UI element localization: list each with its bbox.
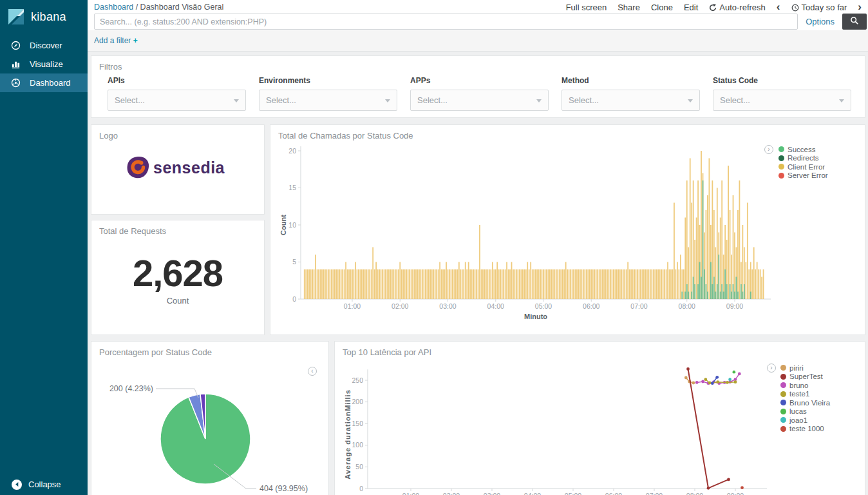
legend-item[interactable]: piriri — [780, 364, 830, 373]
svg-text:01:00: 01:00 — [402, 492, 419, 495]
legend-item[interactable]: Redirects — [778, 154, 828, 163]
legend-item[interactable]: bruno — [780, 381, 830, 390]
apis-select[interactable]: Select... — [108, 90, 246, 111]
svg-text:Average durationMillis: Average durationMillis — [344, 389, 352, 480]
panel-latency-chart: Top 10 Latência por API 0501001502002500… — [334, 341, 865, 495]
chevron-down-icon — [536, 99, 542, 102]
legend-label: Success — [788, 146, 815, 153]
svg-text:07:00: 07:00 — [630, 302, 647, 310]
legend-label: teste1 — [789, 390, 809, 398]
legend-item[interactable]: Bruno Vieira — [780, 398, 830, 407]
svg-text:Minuto: Minuto — [524, 313, 547, 320]
sidebar-item-label: Visualize — [30, 59, 63, 69]
sidebar-item-dashboard[interactable]: Dashboard — [0, 73, 88, 92]
legend-item[interactable]: Client Error — [778, 162, 828, 171]
legend-item[interactable]: teste1 — [780, 390, 830, 399]
legend-item[interactable]: teste 1000 — [780, 425, 830, 434]
compass-icon — [11, 41, 21, 50]
svg-text:07:00: 07:00 — [646, 492, 663, 495]
svg-text:20: 20 — [288, 147, 296, 155]
time-back-button[interactable]: ‹ — [777, 4, 780, 10]
svg-text:05:00: 05:00 — [565, 492, 581, 495]
time-range-button[interactable]: Today so far — [791, 3, 847, 12]
sidebar-collapse-button[interactable]: Collapse — [0, 474, 88, 495]
chevron-down-icon — [839, 99, 844, 102]
svg-text:04:00: 04:00 — [524, 492, 541, 495]
legend-label: lucas — [789, 407, 807, 415]
breadcrumb-dashboard-link[interactable]: Dashboard — [94, 3, 133, 12]
legend-dot-icon — [780, 391, 786, 397]
svg-text:02:00: 02:00 — [443, 492, 460, 495]
panel-title: Filtros — [91, 56, 865, 72]
filter-field-apps: APPs Select... — [410, 76, 549, 111]
breadcrumb: Dashboard / Dashboard Visão Geral — [94, 3, 223, 12]
svg-text:03:00: 03:00 — [439, 302, 456, 310]
metric-unit: Count — [91, 296, 264, 306]
sidebar: kibana Discover Visualize Dashboard — [0, 0, 88, 495]
legend-label: teste 1000 — [789, 425, 824, 432]
add-filter-button[interactable]: Add a filter + — [94, 36, 138, 45]
legend-label: Bruno Vieira — [789, 399, 830, 407]
svg-text:10: 10 — [288, 221, 296, 229]
panel-total-requests: Total de Requests 2,628 Count — [91, 220, 265, 335]
share-button[interactable]: Share — [618, 3, 640, 12]
svg-text:404 (93.95%): 404 (93.95%) — [259, 484, 308, 493]
sidebar-item-visualize[interactable]: Visualize — [0, 55, 88, 73]
sidebar-item-discover[interactable]: Discover — [0, 36, 88, 55]
filter-field-method: Method Select... — [561, 76, 700, 111]
svg-text:01:00: 01:00 — [344, 302, 361, 310]
legend-item[interactable]: Server Error — [778, 171, 828, 180]
legend-toggle-icon[interactable]: › — [764, 145, 773, 154]
svg-text:08:00: 08:00 — [686, 492, 703, 495]
kibana-brand[interactable]: kibana — [0, 0, 88, 34]
svg-text:08:00: 08:00 — [679, 302, 695, 310]
kibana-logo-icon — [8, 8, 24, 25]
legend-label: piriri — [789, 364, 804, 372]
legend-item[interactable]: SuperTest — [780, 373, 830, 382]
time-forward-button[interactable]: › — [858, 4, 862, 10]
breadcrumb-current: Dashboard Visão Geral — [140, 3, 224, 12]
svg-text:0: 0 — [292, 295, 296, 303]
method-select[interactable]: Select... — [561, 90, 700, 111]
svg-text:50: 50 — [355, 463, 363, 471]
legend-item[interactable]: Success — [778, 145, 828, 154]
svg-text:06:00: 06:00 — [583, 302, 599, 310]
kibana-app: kibana Discover Visualize Dashboard — [0, 0, 868, 495]
full-screen-button[interactable]: Full screen — [566, 3, 607, 12]
svg-text:04:00: 04:00 — [487, 302, 504, 310]
options-link[interactable]: Options — [806, 17, 835, 26]
breadcrumb-separator: / — [136, 3, 138, 12]
edit-button[interactable]: Edit — [684, 3, 698, 12]
status-code-select[interactable]: Select... — [713, 90, 851, 111]
search-button[interactable] — [842, 14, 867, 30]
legend-toggle-icon[interactable]: ‹ — [308, 367, 317, 376]
legend-toggle-icon[interactable]: › — [767, 364, 776, 373]
legend-dot-icon — [780, 426, 786, 432]
filter-field-apis: APIs Select... — [108, 76, 246, 111]
svg-text:200: 200 — [352, 398, 363, 405]
legend-dot-icon — [780, 400, 786, 405]
chevron-down-icon — [688, 99, 693, 102]
legend-item[interactable]: joao1 — [780, 416, 830, 425]
legend-item[interactable]: lucas — [780, 407, 830, 416]
top-bar: Dashboard / Dashboard Visão Geral Full s… — [88, 0, 868, 13]
legend-dot-icon — [778, 155, 784, 161]
environments-select[interactable]: Select... — [259, 90, 397, 111]
auto-refresh-button[interactable]: Auto-refresh — [709, 3, 766, 12]
legend-label: joao1 — [789, 416, 807, 424]
svg-text:sensedia: sensedia — [153, 159, 225, 177]
legend-label: Client Error — [788, 163, 825, 171]
svg-text:03:00: 03:00 — [484, 492, 500, 495]
svg-text:09:00: 09:00 — [726, 302, 743, 310]
dashboard-icon — [11, 78, 21, 88]
metric-value: 2,628 — [91, 251, 264, 295]
clone-button[interactable]: Clone — [651, 3, 673, 12]
apps-select[interactable]: Select... — [410, 90, 549, 111]
svg-text:250: 250 — [352, 376, 363, 384]
legend-dot-icon — [778, 164, 784, 170]
status-calls-bar-chart[interactable]: 0510152001:0002:0003:0004:0005:0006:0007… — [270, 125, 866, 336]
search-input[interactable] — [94, 14, 798, 30]
status-percentage-pie-chart[interactable]: 200 (4.23%)404 (93.95%) — [91, 342, 330, 495]
legend-label: SuperTest — [789, 373, 823, 380]
sidebar-nav: Discover Visualize Dashboard — [0, 36, 88, 92]
